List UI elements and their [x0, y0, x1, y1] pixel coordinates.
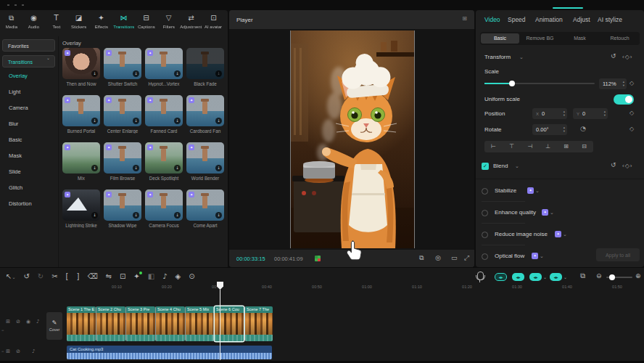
transition-item[interactable]: ✦↓ Shadow Wipe: [104, 189, 141, 228]
transition-item[interactable]: ✦↓ Come Apart: [186, 189, 224, 228]
toolbar-item-ai-avatar[interactable]: ⊡AI avatar: [202, 10, 225, 36]
optical-flow-label[interactable]: Optical flow: [495, 253, 524, 259]
undo-button[interactable]: ↺: [23, 273, 29, 280]
edit-cover-button[interactable]: ✎ Cover: [46, 312, 62, 340]
reduce-noise-label[interactable]: Reduce image noise: [495, 231, 548, 237]
timeline-display-button[interactable]: ⧉: [580, 272, 585, 280]
playhead-line[interactable]: [220, 290, 220, 360]
tab-ai-stylize[interactable]: AI stylize: [598, 16, 622, 23]
audio-tool-button[interactable]: ♪: [162, 273, 167, 280]
align-center-h-icon[interactable]: ⊞: [564, 144, 569, 150]
tab-animation[interactable]: Animation: [535, 16, 563, 23]
download-icon[interactable]: ↓: [174, 118, 181, 124]
collapse-handle[interactable]: –: [1, 349, 4, 354]
blend-label[interactable]: Blend: [493, 163, 508, 169]
download-icon[interactable]: ↓: [91, 70, 98, 77]
timeline-clip[interactable]: Scene 5 Mix: [185, 306, 215, 341]
transition-item[interactable]: ✦↓ Hypnot...Vortex: [145, 48, 183, 86]
transform-label[interactable]: Transform: [484, 54, 511, 60]
keyframe-tool-button[interactable]: ◈: [176, 273, 181, 280]
sidebar-item-light[interactable]: Light: [9, 89, 20, 95]
sidebar-item-blur[interactable]: Blur: [9, 121, 18, 127]
download-icon[interactable]: ↓: [215, 212, 222, 219]
scale-value-field[interactable]: 112% ▴▾: [599, 78, 627, 89]
smart-tools-button[interactable]: ✦: [133, 273, 139, 280]
sidebar-item-camera[interactable]: Camera: [9, 105, 28, 111]
sidebar-item-slide[interactable]: Slide: [9, 168, 21, 175]
download-icon[interactable]: ↓: [91, 212, 98, 219]
scale-slider-knob[interactable]: [509, 81, 515, 86]
rotate-keyframe-icon[interactable]: ◇: [629, 126, 635, 132]
transition-item[interactable]: ✦↓ Film Browse: [104, 142, 141, 181]
timeline-clip[interactable]: Scene 7 The: [244, 306, 273, 341]
transition-item[interactable]: ✦↓ Shutter Switch: [104, 48, 141, 86]
align-right-icon[interactable]: ⊣: [527, 144, 532, 150]
trim-right-button[interactable]: ]: [77, 273, 80, 280]
mute-icon[interactable]: ♪: [36, 319, 39, 325]
blend-keyframe-icon[interactable]: ‹◇›: [622, 163, 633, 169]
tab-video[interactable]: Video: [484, 16, 500, 23]
sidebar-category-dropdown[interactable]: Transitions ⌄: [2, 55, 55, 68]
reframe-icon[interactable]: ◎: [435, 255, 441, 261]
download-icon[interactable]: ↓: [174, 165, 181, 171]
lock-icon[interactable]: ⊘: [16, 319, 20, 325]
transition-quick-button-3[interactable]: ◂▸: [529, 273, 542, 281]
download-icon[interactable]: ↓: [91, 165, 98, 171]
audio-waveform[interactable]: [67, 353, 272, 359]
toolbar-item-stickers[interactable]: ◪Stickers: [67, 10, 90, 36]
transition-item[interactable]: ↓ Black Fade: [186, 48, 224, 86]
timeline-clip[interactable]: Scene 4 Chu: [155, 306, 185, 341]
download-icon[interactable]: ↓: [133, 212, 139, 219]
quality-badge-icon[interactable]: ▭: [451, 255, 458, 261]
apply-to-all-button[interactable]: Apply to all: [596, 248, 640, 261]
align-left-icon[interactable]: ⊢: [491, 144, 496, 150]
transition-quick-button-2[interactable]: ◂▸: [512, 273, 524, 281]
snapshot-button[interactable]: ⊙: [189, 273, 194, 280]
voiceover-mic-button[interactable]: [477, 272, 484, 280]
mask-tool-button[interactable]: ◧: [148, 273, 154, 280]
tab-adjust[interactable]: Adjust: [573, 16, 590, 23]
download-icon[interactable]: ↓: [215, 118, 222, 124]
sidebar-favorites-button[interactable]: Favorites: [2, 39, 55, 52]
preview-video[interactable]: [290, 30, 415, 248]
transition-item[interactable]: ✦↓ Deck Spotlight: [145, 142, 183, 181]
optical-flow-checkbox[interactable]: [482, 253, 488, 260]
timeline-clip[interactable]: Scene 2 Chu: [96, 306, 125, 341]
download-icon[interactable]: ↓: [215, 165, 222, 171]
transition-item[interactable]: ✦↓ Center Enlarge: [104, 95, 141, 134]
player-settings-icon[interactable]: ⊞: [462, 16, 467, 22]
position-x-field[interactable]: X 0 ▴▾: [532, 108, 567, 119]
blend-checkbox[interactable]: ✓: [482, 163, 489, 170]
transform-keyframe-icon[interactable]: ‹◇›: [622, 54, 633, 60]
toolbar-item-captions[interactable]: ⊟Captions: [135, 10, 157, 36]
transition-quick-button-1[interactable]: ◂▸: [495, 273, 507, 281]
zoom-out-icon[interactable]: ⊖: [596, 273, 602, 280]
mirror-button[interactable]: ⇋: [106, 273, 112, 280]
download-icon[interactable]: ↓: [215, 70, 222, 77]
stepper-down-icon[interactable]: ▾: [564, 130, 565, 134]
reduce-noise-checkbox[interactable]: [482, 232, 488, 238]
hide-icon[interactable]: ◉: [26, 319, 30, 325]
align-bottom-icon[interactable]: ⊥: [545, 144, 550, 150]
rotate-dial-icon[interactable]: ◔: [580, 126, 586, 132]
reset-blend-icon[interactable]: ↺: [611, 162, 616, 168]
zoom-slider-knob[interactable]: [609, 274, 615, 280]
transition-item[interactable]: ✦↓ Cardboard Fan: [186, 95, 224, 134]
position-keyframe-icon[interactable]: ◇: [629, 110, 635, 116]
fullscreen-icon[interactable]: ⤢: [464, 255, 469, 261]
toolbar-item-text[interactable]: TText: [45, 10, 67, 36]
stepper-down-icon[interactable]: ▾: [623, 84, 624, 88]
transition-item[interactable]: ✦↓ Fanned Card: [145, 95, 183, 134]
subtab-remove-bg[interactable]: Remove BG: [521, 33, 559, 44]
stepper-down-icon[interactable]: ▾: [564, 114, 565, 118]
stepper-down-icon[interactable]: ▾: [604, 114, 606, 118]
stabilize-checkbox[interactable]: [482, 188, 488, 195]
split-button[interactable]: ✂: [51, 273, 57, 280]
download-icon[interactable]: ↓: [133, 118, 139, 124]
rotate-value-field[interactable]: 0.00° ▴▾: [532, 124, 567, 135]
sidebar-item-mask[interactable]: Mask: [9, 152, 22, 159]
redo-button[interactable]: ↻: [38, 273, 44, 280]
pip-icon[interactable]: ⧉: [419, 255, 424, 261]
uniform-scale-toggle[interactable]: [614, 94, 634, 105]
download-icon[interactable]: ↓: [133, 70, 139, 77]
